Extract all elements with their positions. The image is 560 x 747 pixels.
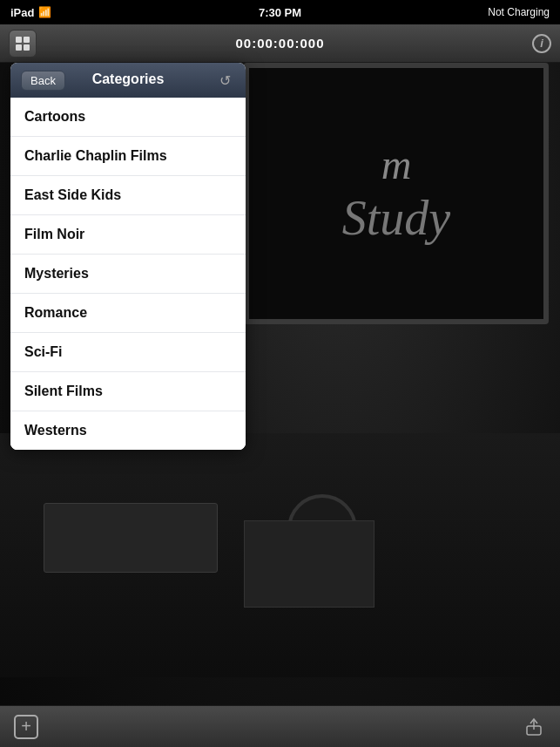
info-button[interactable]: i: [532, 34, 551, 53]
categories-list: CartoonsCharlie Chaplin FilmsEast Side K…: [10, 98, 246, 450]
categories-panel: Back Categories ↺ CartoonsCharlie Chapli…: [10, 63, 246, 450]
grid-icon: [16, 37, 30, 51]
equipment-area: [0, 433, 560, 677]
film-screen: m Study: [244, 63, 549, 324]
battery-status: Not Charging: [488, 6, 550, 18]
status-bar: iPad 📶 7:30 PM Not Charging: [0, 0, 560, 24]
category-item[interactable]: East Side Kids: [10, 176, 246, 215]
category-item[interactable]: Romance: [10, 294, 246, 333]
category-item[interactable]: Westerns: [10, 411, 246, 450]
wifi-icon: 📶: [38, 6, 51, 18]
categories-title: Categories: [92, 71, 165, 87]
category-item[interactable]: Cartoons: [10, 98, 246, 137]
main-toolbar: 00:00:00:000 i: [0, 24, 560, 63]
equip-box1: [44, 503, 218, 573]
share-button[interactable]: [522, 715, 546, 739]
categories-header: Back Categories ↺: [10, 63, 246, 98]
category-item[interactable]: Mysteries: [10, 255, 246, 294]
back-button[interactable]: Back: [21, 71, 65, 91]
bottom-bar: +: [0, 705, 560, 747]
status-left: iPad 📶: [10, 6, 53, 19]
share-icon: [524, 717, 543, 737]
category-item[interactable]: Silent Films: [10, 372, 246, 411]
status-time: 7:30 PM: [259, 6, 301, 19]
add-button[interactable]: +: [14, 715, 38, 739]
equip-box2: [244, 520, 374, 608]
category-item[interactable]: Sci-Fi: [10, 333, 246, 372]
grid-button[interactable]: [9, 30, 37, 58]
carrier-label: iPad: [10, 6, 34, 19]
refresh-button[interactable]: ↺: [214, 70, 235, 91]
category-item[interactable]: Charlie Chaplin Films: [10, 137, 246, 176]
category-item[interactable]: Film Noir: [10, 215, 246, 255]
timer-display: 00:00:00:000: [235, 36, 324, 51]
screen-text: m Study: [325, 122, 468, 266]
